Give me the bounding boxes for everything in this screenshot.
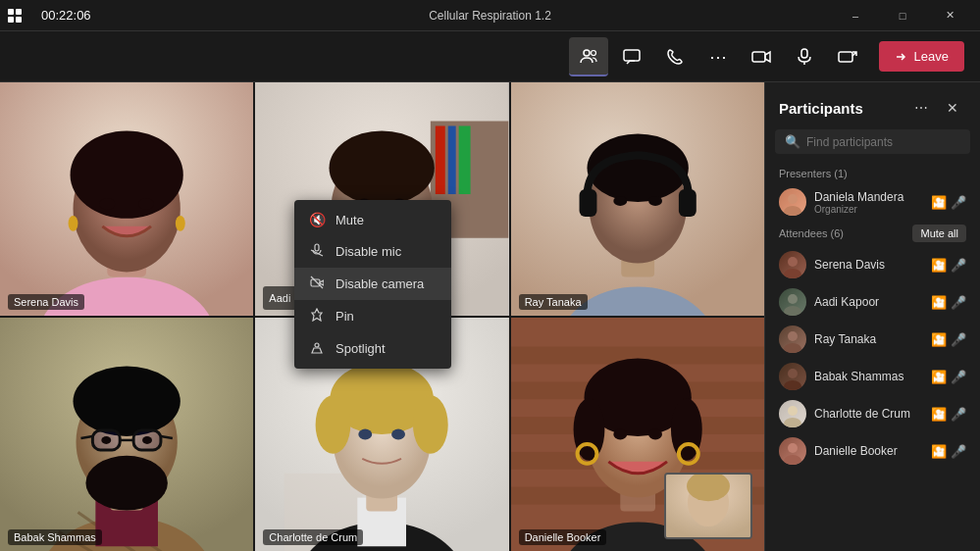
ray-info: Ray Tanaka: [814, 332, 923, 346]
panel-close-btn[interactable]: ✕: [939, 94, 966, 122]
mic-btn[interactable]: [785, 37, 824, 76]
participants-toolbar-btn[interactable]: [569, 37, 608, 76]
context-menu: 🔇 Mute Disable mic: [294, 200, 451, 369]
menu-item-spotlight[interactable]: Spotlight: [294, 332, 451, 365]
svg-point-64: [391, 429, 405, 440]
svg-point-95: [788, 294, 798, 304]
share-btn[interactable]: [828, 37, 867, 76]
babak-video-icon: 🎦: [931, 370, 947, 384]
svg-point-98: [788, 331, 798, 341]
svg-point-15: [176, 216, 185, 231]
close-button[interactable]: ✕: [927, 0, 972, 31]
menu-item-mute[interactable]: 🔇 Mute: [294, 204, 451, 235]
search-icon: 🔍: [785, 134, 800, 149]
svg-point-35: [613, 196, 627, 206]
participant-item-danielle[interactable]: Danielle Booker 🎦 🎤: [765, 432, 980, 470]
svg-rect-2: [624, 50, 640, 61]
self-view: [664, 473, 752, 539]
charlotte-info: Charlotte de Crum: [814, 407, 923, 421]
svg-point-0: [584, 50, 590, 56]
svg-point-1: [591, 50, 595, 55]
video-cell-babak: Babak Shammas: [0, 318, 253, 551]
svg-point-89: [788, 194, 798, 204]
svg-rect-84: [315, 244, 319, 251]
ray-video-icon: 🎦: [931, 332, 947, 347]
ray-panel-name: Ray Tanaka: [814, 332, 923, 346]
menu-item-disable-camera[interactable]: Disable camera: [294, 268, 451, 300]
title-bar: 00:22:06 Cellular Respiration 1.2 – □ ✕: [0, 0, 980, 31]
participant-item-serena[interactable]: Serena Davis 🎦 🎤: [765, 246, 980, 283]
aadi-panel-name: Aadi Kapoor: [814, 295, 923, 309]
minimize-button[interactable]: –: [833, 0, 878, 31]
call-toolbar-btn[interactable]: [655, 37, 695, 76]
svg-point-107: [788, 443, 798, 453]
babak-video: [0, 318, 253, 551]
more-options-btn[interactable]: ⋯: [698, 37, 738, 76]
participant-item-aadi[interactable]: Aadi Kapoor 🎦 🎤: [765, 283, 980, 321]
svg-rect-34: [679, 189, 696, 217]
svg-point-88: [315, 343, 319, 347]
toolbar: ⋯ Leave: [0, 31, 980, 82]
svg-point-79: [613, 429, 627, 440]
babak-name-label: Babak Shammas: [8, 529, 102, 545]
presenters-section-header: Presenters (1): [765, 164, 980, 183]
svg-point-105: [784, 418, 801, 427]
avatar-ray: [779, 326, 806, 353]
charlotte-mic-icon: 🎤: [951, 407, 966, 422]
svg-rect-4: [801, 49, 807, 58]
leave-button[interactable]: Leave: [879, 41, 964, 72]
svg-point-52: [101, 436, 111, 444]
avatar-babak: [779, 363, 806, 390]
danielle-video-icon: 🎦: [931, 444, 947, 459]
serena-name-label: Serena Davis: [8, 294, 84, 310]
svg-point-96: [784, 306, 801, 316]
serena-mic-icon: 🎤: [951, 258, 966, 273]
ray-mic-icon: 🎤: [951, 332, 966, 347]
panel-more-btn[interactable]: ⋯: [907, 94, 935, 122]
maximize-button[interactable]: □: [880, 0, 925, 31]
search-box[interactable]: 🔍: [775, 129, 970, 154]
menu-item-pin[interactable]: Pin: [294, 300, 451, 332]
babak-controls: 🎦 🎤: [931, 370, 966, 384]
daniela-role: Organizer: [814, 204, 923, 215]
aadi-video-icon: 🎦: [931, 295, 947, 310]
svg-point-36: [648, 196, 662, 206]
svg-point-93: [784, 269, 801, 278]
chat-toolbar-btn[interactable]: [612, 37, 651, 76]
charlotte-controls: 🎦 🎤: [931, 407, 966, 422]
svg-point-92: [788, 257, 798, 267]
participant-item-babak[interactable]: Babak Shammas 🎦 🎤: [765, 358, 980, 395]
camera-btn[interactable]: [742, 37, 781, 76]
svg-point-11: [71, 130, 183, 218]
svg-point-12: [99, 198, 115, 210]
search-input[interactable]: [806, 135, 960, 149]
babak-mic-icon: 🎤: [951, 370, 966, 384]
daniela-controls: 🎦 🎤: [931, 195, 966, 210]
app-grid-icon: [8, 9, 22, 23]
charlotte-panel-name: Charlotte de Crum: [814, 407, 923, 421]
babak-panel-name: Babak Shammas: [814, 370, 923, 383]
aadi-mic-icon: 🎤: [951, 295, 966, 310]
participant-item-ray[interactable]: Ray Tanaka 🎦 🎤: [765, 321, 980, 358]
svg-rect-18: [436, 125, 445, 194]
call-timer: 00:22:06: [41, 8, 91, 23]
svg-point-80: [648, 429, 662, 440]
daniela-name: Daniela Mandera: [814, 190, 923, 204]
participant-item-charlotte[interactable]: Charlotte de Crum 🎦 🎤: [765, 395, 980, 432]
avatar-danielle: [779, 437, 806, 465]
svg-point-46: [85, 456, 167, 511]
babak-info: Babak Shammas: [814, 370, 923, 383]
participants-panel: Participants ⋯ ✕ 🔍 Presenters (1) Dan: [764, 82, 980, 551]
mute-all-button[interactable]: Mute all: [912, 225, 966, 242]
pin-icon: [308, 308, 326, 325]
participant-item-daniela[interactable]: Daniela Mandera Organizer 🎦 🎤: [765, 183, 980, 221]
svg-point-62: [413, 395, 448, 454]
ray-video: [511, 82, 764, 316]
danielle-panel-name: Danielle Booker: [814, 444, 923, 458]
serena-controls: 🎦 🎤: [931, 258, 966, 273]
title-bar-left: 00:22:06: [8, 8, 91, 23]
charlotte-name-label: Charlotte de Crum: [263, 529, 363, 545]
menu-item-disable-mic[interactable]: Disable mic: [294, 235, 451, 268]
svg-point-53: [142, 436, 152, 444]
serena-info: Serena Davis: [814, 258, 923, 272]
